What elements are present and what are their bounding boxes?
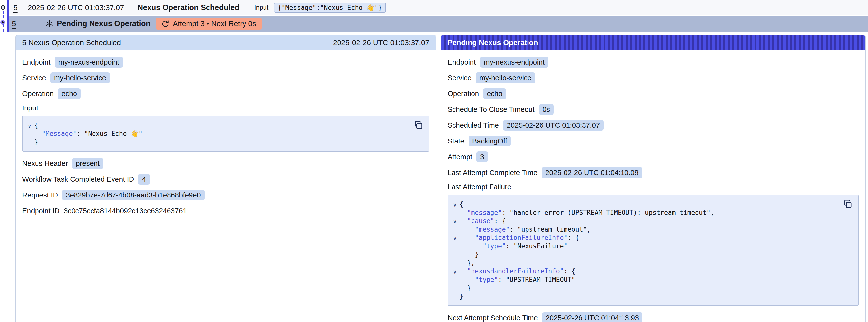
json-text: } [467,284,471,292]
field-label: State [447,137,464,145]
chevron-down-icon[interactable]: ∨ [451,268,459,276]
event-row-pending[interactable]: 5 Pending Nexus Operation Attempt 3 • Ne… [9,15,868,32]
pending-operation-body: Endpoint my-nexus-endpoint Service my-he… [441,50,865,322]
json-line: } [451,292,838,300]
json-text: : { [494,217,506,225]
copy-button[interactable] [843,199,853,209]
json-text: { [34,121,38,129]
json-line: ∨ "cause" : { [451,217,838,225]
pending-event-title: Pending Nexus Operation [57,19,151,28]
chevron-down-icon[interactable]: ∨ [451,218,459,226]
chevron-down-icon[interactable] [451,293,459,301]
json-text: } [459,292,463,300]
field-value-badge: BackingOff [469,136,511,147]
retry-status-badge[interactable]: Attempt 3 • Next Retry 0s [156,18,261,30]
detail-field-row: Nexus Header present [22,158,429,169]
json-indent [459,233,475,242]
pending-field-list: Endpoint my-nexus-endpoint Service my-he… [447,57,859,178]
chevron-down-icon[interactable] [25,138,34,147]
json-indent [459,276,475,284]
json-lines: ∨ { "message" : "handler error (UPSTREAM… [451,200,838,300]
input-label: Input [254,4,269,11]
field-value-badge: my-hello-service [50,72,110,83]
field-value-badge: my-nexus-endpoint [480,57,549,68]
detail-field-row: Schedule To Close Timeout 0s [447,104,859,115]
json-indent [34,129,42,138]
json-text: } [475,250,479,259]
chevron-down-icon[interactable]: ∨ [451,201,459,209]
json-indent [459,259,467,267]
chevron-down-icon[interactable] [451,259,459,268]
detail-field-row: Endpoint my-nexus-endpoint [447,57,859,68]
field-value-badge: echo [483,88,506,99]
json-key: "nexusHandlerFailureInfo" [467,267,563,276]
field-label: Endpoint [22,58,51,66]
endpoint-id-row: Endpoint ID 3c0c75ccfa8144b092c13ce63246… [22,205,429,216]
detail-field-row: Next Attempt Schedule Time 2025-02-26 UT… [447,312,859,322]
detail-field-row: Scheduled Time 2025-02-26 UTC 01:03:37.0… [447,120,859,131]
chevron-down-icon[interactable] [451,285,459,293]
field-value-badge: present [72,158,103,169]
field-label: Schedule To Close Timeout [447,105,535,114]
json-indent [459,284,467,292]
detail-field-row: Request ID 3e829b7e-7d67-4b08-aad3-b1e86… [22,190,429,200]
detail-field-row: State BackingOff [447,136,859,147]
json-key: "type" [475,276,498,284]
chevron-down-icon[interactable] [451,209,459,218]
json-line: "Message" : "Nexus Echo 👋" [25,129,409,138]
json-text: : "Nexus Echo 👋" [76,129,142,138]
field-value-badge: 4 [138,174,150,185]
json-line: "message" : "upstream timeout", [451,225,838,233]
event-detail-panel: 5 Nexus Operation Scheduled 2025-02-26 U… [15,34,436,322]
pending-field-list-2: Next Attempt Schedule Time 2025-02-26 UT… [447,312,859,322]
event-id-link[interactable]: 5 [13,3,18,12]
field-value-badge: 2025-02-26 UTC 01:04:13.93 [542,312,643,322]
json-line: } [25,138,409,146]
detail-field-row: Workflow Task Completed Event ID 4 [22,174,429,185]
json-indent [459,217,467,225]
pending-operation-header: Pending Nexus Operation [441,35,865,50]
json-line: ∨ "applicationFailureInfo" : { [451,233,838,242]
asterisk-spinner-icon [45,20,54,28]
failure-json-viewer: ∨ { "message" : "handler error (UPSTREAM… [447,195,859,306]
event-id-link[interactable]: 5 [12,20,16,28]
input-payload-chip[interactable]: {"Message":"Nexus Echo 👋"} [274,3,386,12]
detail-field-list-2: Nexus Header present Workflow Task Compl… [22,158,429,200]
json-indent [459,242,483,250]
pending-operation-title: Pending Nexus Operation [447,38,538,47]
chevron-down-icon[interactable] [451,251,459,259]
detail-field-list: Endpoint my-nexus-endpoint Service my-he… [22,57,429,99]
json-line: ∨ { [25,121,409,129]
json-indent [459,208,467,217]
detail-field-row: Service my-hello-service [22,72,429,83]
chevron-down-icon[interactable]: ∨ [451,234,459,243]
event-detail-body: Endpoint my-nexus-endpoint Service my-he… [16,50,436,216]
field-label: Service [22,74,46,82]
json-key: "message" [467,208,502,217]
field-value-badge: 2025-02-26 UTC 01:04:10.09 [541,167,642,178]
event-row-scheduled[interactable]: 5 2025-02-26 UTC 01:03:37.07 Nexus Opera… [9,0,868,15]
chevron-down-icon[interactable] [451,243,459,251]
json-lines: ∨ { "Message" : "Nexus Echo 👋" [25,121,409,146]
endpoint-id-link[interactable]: 3c0c75ccfa8144b092c13ce632463761 [64,207,187,215]
pending-operation-panel: Pending Nexus Operation Endpoint my-nexu… [441,34,866,322]
detail-field-row: Service my-hello-service [447,72,859,83]
input-json-viewer: ∨ { "Message" : "Nexus Echo 👋" [22,116,429,152]
event-detail-header: 5 Nexus Operation Scheduled 2025-02-26 U… [16,35,436,50]
json-text: : { [564,267,576,276]
chevron-down-icon[interactable] [451,276,459,285]
chevron-down-icon[interactable]: ∨ [25,122,34,130]
json-text: }, [467,259,475,267]
json-indent [459,250,475,259]
field-label: Last Attempt Complete Time [447,169,537,177]
json-indent [459,267,467,276]
event-rows: 5 2025-02-26 UTC 01:03:37.07 Nexus Opera… [9,0,868,32]
copy-button[interactable] [414,120,424,130]
event-detail-title: 5 Nexus Operation Scheduled [22,38,121,47]
chevron-down-icon[interactable] [25,130,34,138]
field-value-badge: 2025-02-26 UTC 01:03:37.07 [503,120,603,131]
json-key: "Message" [42,129,76,138]
detail-field-row: Operation echo [22,88,429,99]
event-detail-timestamp: 2025-02-26 UTC 01:03:37.07 [333,38,429,47]
chevron-down-icon[interactable] [451,226,459,234]
